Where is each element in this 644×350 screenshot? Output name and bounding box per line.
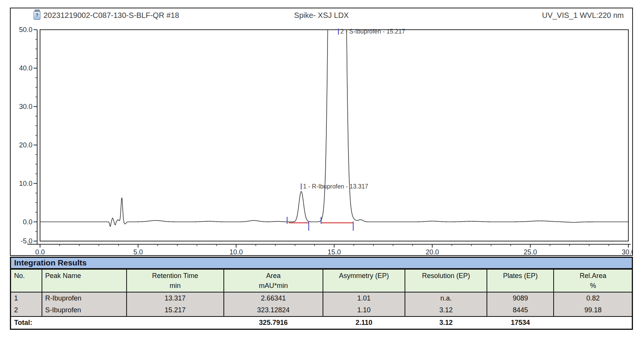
value-cell: 323.12824 — [224, 304, 323, 316]
x-tick-label: 15.0 — [328, 248, 341, 255]
plot-frame — [40, 30, 628, 241]
value-cell: 99.18 — [554, 304, 632, 316]
total-row: Total:325.79162.1103.1217534 — [11, 316, 633, 329]
sample-name: Spike- XSJ LDX — [11, 11, 632, 20]
total-value-cell: 17534 — [487, 316, 554, 329]
total-value-cell: 2.110 — [323, 316, 405, 329]
x-tick-label: 20.0 — [426, 248, 439, 255]
integration-results-title: Integration Results — [10, 257, 633, 269]
total-value-cell: 325.7916 — [224, 316, 323, 329]
x-tick-label: 25.0 — [524, 248, 537, 255]
column-header: No. — [11, 269, 42, 292]
value-cell: 15.217 — [127, 304, 224, 316]
x-tick-label: 30.0 — [622, 248, 632, 255]
detector-channel-label: UV_VIS_1 WVL:220 nm — [542, 11, 624, 20]
y-tick-label: -5.0 — [21, 237, 32, 245]
column-header: Rel.Area% — [554, 269, 632, 292]
total-value-cell — [554, 316, 632, 329]
y-tick-label: 0.0 — [23, 218, 32, 226]
value-cell: n.a. — [405, 292, 487, 304]
value-cell: 3.12 — [405, 304, 487, 316]
y-tick-label: 50.0 — [19, 26, 32, 34]
column-header: Plates (EP) — [487, 269, 554, 292]
total-label: Total: — [11, 316, 224, 329]
chart-header: ? 20231219002-C087-130-S-BLF-QR #18 Spik… — [11, 8, 632, 21]
x-tick-label: 5.0 — [133, 248, 143, 255]
table-row: 2S-Ibuprofen15.217323.128241.103.1284459… — [11, 304, 633, 316]
peak-label: 2 - S-Ibuprofen - 15.217 — [340, 28, 405, 35]
column-header: Resolution (EP) — [405, 269, 487, 292]
total-value-cell: 3.12 — [405, 316, 487, 329]
integration-results-table: No.Peak NameRetention TimeminAreamAU*min… — [10, 269, 633, 330]
column-header: Retention Timemin — [127, 269, 224, 292]
value-cell: 2 — [11, 304, 42, 316]
value-cell: 2.66341 — [224, 292, 323, 304]
value-cell: 0.82 — [554, 292, 632, 304]
y-tick-label: 40.0 — [19, 64, 32, 72]
y-tick-label: 10.0 — [19, 180, 32, 187]
signal-trace — [40, 30, 628, 226]
value-cell: 1 — [11, 292, 42, 304]
column-header: AreamAU*min — [224, 269, 323, 292]
x-tick-label: 10.0 — [230, 248, 243, 255]
chromatogram-plot: -5.00.010.020.030.040.050.00.05.010.015.… — [11, 8, 632, 255]
value-cell: 13.317 — [127, 292, 224, 304]
peak-name-cell: S-Ibuprofen — [42, 304, 127, 316]
peak-name-cell: R-Ibuprofen — [42, 292, 127, 304]
y-tick-label: 30.0 — [19, 103, 32, 110]
y-tick-label: 20.0 — [19, 141, 32, 149]
value-cell: 1.01 — [323, 292, 405, 304]
value-cell: 9089 — [487, 292, 554, 304]
table-row: 1R-Ibuprofen13.3172.663411.01n.a.90890.8… — [11, 292, 633, 304]
report-page: -5.00.010.020.030.040.050.00.05.010.015.… — [0, 0, 644, 350]
column-header: Asymmetry (EP) — [323, 269, 405, 292]
column-header: Peak Name — [42, 269, 127, 292]
peak-label: 1 - R-Ibuprofen - 13.317 — [303, 183, 368, 190]
value-cell: 1.10 — [323, 304, 405, 316]
chromatogram-panel: -5.00.010.020.030.040.050.00.05.010.015.… — [10, 8, 633, 256]
value-cell: 8445 — [487, 304, 554, 316]
x-tick-label: 0.0 — [35, 248, 45, 255]
integration-results-section: Integration Results No.Peak NameRetentio… — [10, 257, 633, 330]
